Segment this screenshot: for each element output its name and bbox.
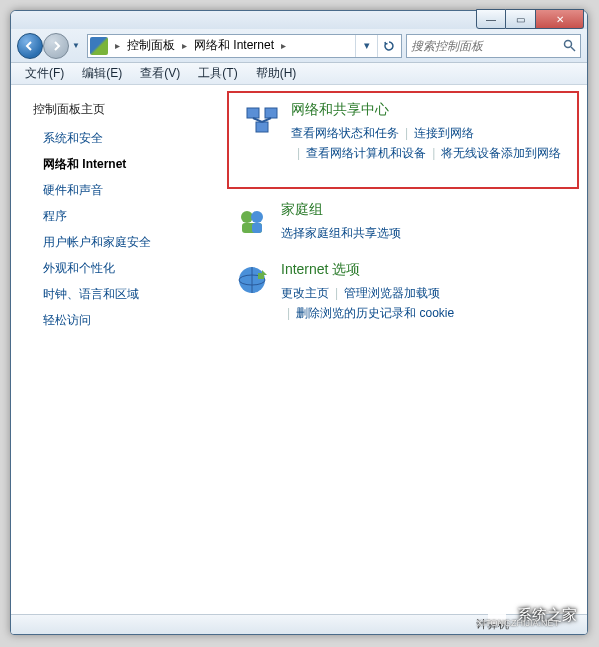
svg-rect-4 (256, 122, 268, 132)
task-link[interactable]: 查看网络计算机和设备 (306, 146, 426, 160)
category-links: 选择家庭组和共享选项 (281, 223, 573, 243)
address-bar[interactable]: ▸ 控制面板 ▸ 网络和 Internet ▸ ▾ (87, 34, 402, 58)
window-controls: — ▭ ✕ (476, 9, 584, 29)
refresh-button[interactable] (377, 35, 399, 57)
status-text: 计算机 (476, 617, 509, 632)
link-separator: | (399, 126, 414, 140)
svg-line-5 (253, 118, 262, 122)
task-link[interactable]: 将无线设备添加到网络 (441, 146, 561, 160)
search-input[interactable] (411, 39, 563, 53)
sidebar-item[interactable]: 网络和 Internet (43, 156, 211, 173)
link-separator: | (291, 146, 306, 160)
body: 控制面板主页 系统和安全网络和 Internet硬件和声音程序用户帐户和家庭安全… (11, 85, 587, 614)
breadcrumb-control-panel[interactable]: 控制面板 (123, 37, 179, 54)
link-separator: | (281, 306, 296, 320)
svg-point-0 (565, 41, 572, 48)
sidebar-title[interactable]: 控制面板主页 (33, 101, 211, 118)
category-links: 查看网络状态和任务|连接到网络|查看网络计算机和设备|将无线设备添加到网络 (291, 123, 563, 163)
search-icon[interactable] (563, 39, 576, 52)
sidebar-item[interactable]: 轻松访问 (43, 312, 211, 329)
minimize-button[interactable]: — (476, 9, 506, 29)
search-box[interactable] (406, 34, 581, 58)
sidebar: 控制面板主页 系统和安全网络和 Internet硬件和声音程序用户帐户和家庭安全… (11, 85, 219, 614)
link-separator: | (329, 286, 344, 300)
svg-rect-10 (252, 223, 262, 233)
sidebar-item[interactable]: 外观和个性化 (43, 260, 211, 277)
task-link[interactable]: 查看网络状态和任务 (291, 126, 399, 140)
menu-tools[interactable]: 工具(T) (190, 63, 245, 84)
maximize-button[interactable]: ▭ (506, 9, 536, 29)
titlebar[interactable]: — ▭ ✕ (11, 11, 587, 29)
link-separator: | (426, 146, 441, 160)
svg-rect-3 (265, 108, 277, 118)
task-link[interactable]: 删除浏览的历史记录和 cookie (296, 306, 454, 320)
control-panel-icon (90, 37, 108, 55)
chevron-right-icon[interactable]: ▸ (112, 40, 123, 51)
chevron-right-icon[interactable]: ▸ (278, 40, 289, 51)
back-button[interactable] (17, 33, 43, 59)
sidebar-item[interactable]: 用户帐户和家庭安全 (43, 234, 211, 251)
content-area: 网络和共享中心查看网络状态和任务|连接到网络|查看网络计算机和设备|将无线设备添… (219, 85, 587, 614)
category-links: 更改主页|管理浏览器加载项|删除浏览的历史记录和 cookie (281, 283, 573, 323)
svg-line-1 (571, 47, 575, 51)
category-section: 网络和共享中心查看网络状态和任务|连接到网络|查看网络计算机和设备|将无线设备添… (237, 99, 569, 165)
svg-line-6 (262, 118, 271, 122)
menu-bar: 文件(F) 编辑(E) 查看(V) 工具(T) 帮助(H) (11, 63, 587, 85)
sidebar-item[interactable]: 程序 (43, 208, 211, 225)
task-link[interactable]: 选择家庭组和共享选项 (281, 226, 401, 240)
close-button[interactable]: ✕ (536, 9, 584, 29)
category-title[interactable]: 网络和共享中心 (291, 101, 563, 119)
address-dropdown[interactable]: ▾ (355, 35, 377, 57)
category-title[interactable]: 家庭组 (281, 201, 573, 219)
category-icon[interactable] (233, 201, 271, 239)
category-section: Internet 选项更改主页|管理浏览器加载项|删除浏览的历史记录和 cook… (227, 259, 579, 325)
sidebar-item[interactable]: 系统和安全 (43, 130, 211, 147)
menu-edit[interactable]: 编辑(E) (74, 63, 130, 84)
forward-button[interactable] (43, 33, 69, 59)
menu-view[interactable]: 查看(V) (132, 63, 188, 84)
menu-file[interactable]: 文件(F) (17, 63, 72, 84)
breadcrumb-network-internet[interactable]: 网络和 Internet (190, 37, 278, 54)
svg-point-8 (251, 211, 263, 223)
category-icon[interactable] (233, 261, 271, 299)
menu-help[interactable]: 帮助(H) (248, 63, 305, 84)
nav-arrows: ▼ (17, 33, 83, 59)
sidebar-item[interactable]: 硬件和声音 (43, 182, 211, 199)
category-title[interactable]: Internet 选项 (281, 261, 573, 279)
task-link[interactable]: 管理浏览器加载项 (344, 286, 440, 300)
sidebar-item[interactable]: 时钟、语言和区域 (43, 286, 211, 303)
highlighted-section: 网络和共享中心查看网络状态和任务|连接到网络|查看网络计算机和设备|将无线设备添… (227, 91, 579, 189)
svg-rect-2 (247, 108, 259, 118)
chevron-right-icon[interactable]: ▸ (179, 40, 190, 51)
task-link[interactable]: 更改主页 (281, 286, 329, 300)
category-icon[interactable] (243, 101, 281, 139)
control-panel-window: — ▭ ✕ ▼ ▸ 控制面板 ▸ 网络和 Internet ▸ ▾ (10, 10, 588, 635)
status-bar: 计算机 (11, 614, 587, 634)
category-section: 家庭组选择家庭组和共享选项 (227, 199, 579, 245)
svg-rect-14 (258, 273, 264, 279)
navigation-bar: ▼ ▸ 控制面板 ▸ 网络和 Internet ▸ ▾ (11, 29, 587, 63)
task-link[interactable]: 连接到网络 (414, 126, 474, 140)
nav-history-dropdown[interactable]: ▼ (69, 41, 83, 50)
